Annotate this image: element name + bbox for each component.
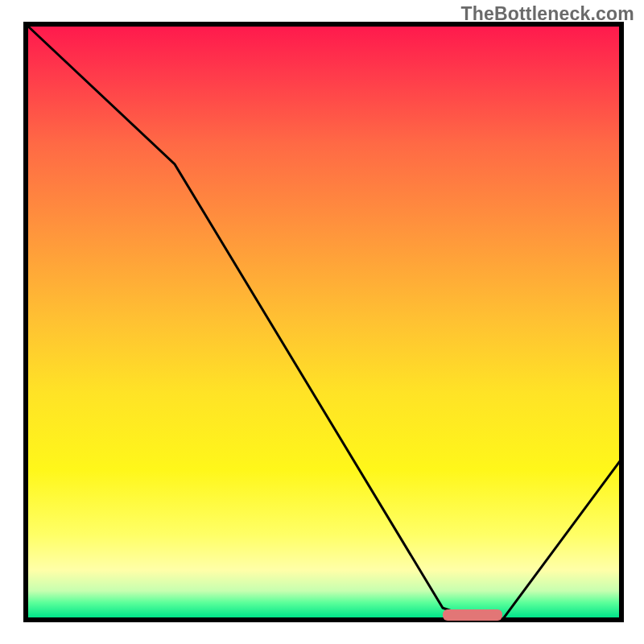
bottleneck-chart: [0, 0, 644, 644]
chart-container: TheBottleneck.com: [0, 0, 644, 644]
flat-minimum-bar: [443, 609, 502, 621]
plot-background: [28, 27, 619, 617]
